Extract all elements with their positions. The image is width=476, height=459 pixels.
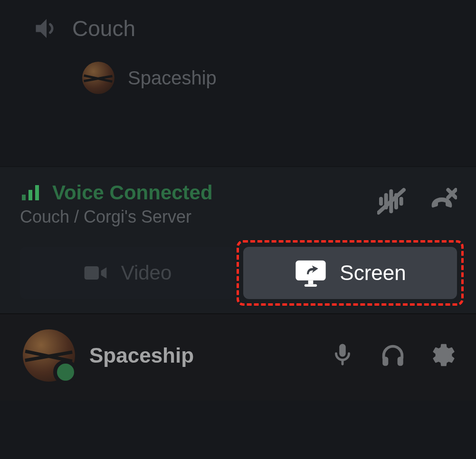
video-button-label: Video	[121, 262, 172, 284]
svg-rect-2	[35, 185, 39, 200]
screen-share-icon	[294, 259, 327, 287]
svg-rect-13	[308, 281, 314, 284]
self-avatar[interactable]	[23, 329, 75, 382]
user-footer: Spaceship	[0, 313, 476, 401]
svg-rect-11	[84, 266, 98, 280]
svg-rect-0	[22, 195, 26, 200]
voice-status-panel: Voice Connected Couch / Corgi's Server	[0, 166, 476, 313]
self-username[interactable]: Spaceship	[89, 344, 194, 367]
svg-rect-1	[29, 190, 32, 200]
headphones-icon[interactable]	[379, 342, 407, 369]
noise-suppression-icon[interactable]	[377, 186, 408, 216]
voice-channel-member[interactable]: Spaceship	[82, 62, 476, 94]
discord-voice-panel: Couch Spaceship Voice Connected	[0, 0, 476, 459]
screen-share-button-label: Screen	[340, 261, 406, 285]
voice-location[interactable]: Couch / Corgi's Server	[20, 207, 213, 227]
svg-rect-18	[398, 356, 403, 365]
voice-status-info: Voice Connected Couch / Corgi's Server	[20, 181, 213, 227]
svg-rect-17	[382, 356, 388, 365]
video-camera-icon	[82, 260, 109, 286]
voice-channel-name: Couch	[72, 16, 135, 41]
voice-connected-label[interactable]: Voice Connected	[52, 181, 213, 204]
member-name: Spaceship	[128, 67, 217, 89]
svg-rect-14	[305, 284, 317, 287]
video-button[interactable]: Video	[20, 247, 234, 299]
signal-icon	[20, 181, 43, 204]
channel-list: Couch Spaceship	[0, 0, 476, 166]
voice-status-row: Voice Connected Couch / Corgi's Server	[20, 181, 457, 227]
microphone-icon[interactable]	[330, 342, 355, 369]
gear-icon[interactable]	[430, 342, 457, 369]
svg-rect-15	[339, 344, 346, 357]
screen-share-button[interactable]: Screen	[243, 247, 457, 299]
voice-action-row: Video Screen	[20, 247, 457, 299]
disconnect-icon[interactable]	[427, 186, 457, 216]
member-avatar	[82, 62, 114, 94]
voice-channel-couch[interactable]: Couch	[32, 14, 476, 43]
status-indicator-online	[53, 360, 78, 384]
speaker-icon	[32, 14, 61, 43]
